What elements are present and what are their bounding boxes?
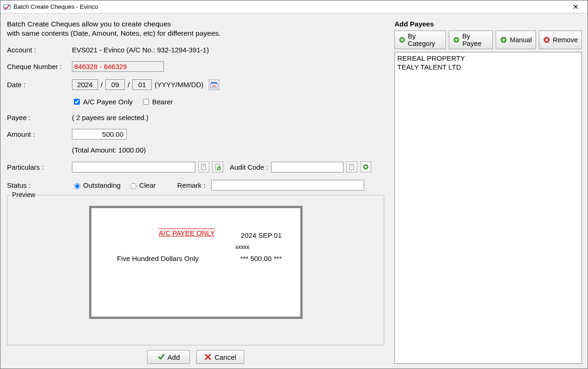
label-status: Status :: [7, 181, 72, 189]
date-year-field[interactable]: [72, 79, 98, 90]
by-payee-button[interactable]: By Payee: [449, 31, 493, 49]
svg-rect-7: [202, 167, 205, 167]
particulars-browse-icon[interactable]: [198, 161, 209, 172]
description-line2: with same contents (Date, Amount, Notes,…: [7, 29, 384, 38]
preview-xxxxx: xxxxx: [235, 243, 249, 250]
particulars-field[interactable]: [72, 162, 195, 172]
add-payees-heading: Add Payees: [394, 20, 582, 28]
date-month-field[interactable]: [105, 79, 125, 90]
cheque-number-field: [72, 61, 164, 72]
label-date: Date :: [7, 81, 72, 89]
preview-amount-words: Five Hundred Dollars Only: [117, 254, 199, 262]
plus-icon: [399, 36, 406, 44]
cancel-icon: [204, 353, 212, 361]
description-line1: Batch Create Cheques allow you to create…: [7, 20, 384, 28]
close-icon[interactable]: ✕: [566, 3, 585, 11]
radio-clear[interactable]: Clear: [128, 181, 156, 189]
radio-outstanding[interactable]: Outstanding: [72, 181, 121, 189]
add-button[interactable]: Add: [147, 350, 190, 364]
svg-rect-13: [350, 167, 353, 167]
label-particulars: Particulars :: [7, 163, 72, 171]
status-outstanding-radio[interactable]: [74, 183, 80, 189]
cheque-preview: A/C PAYEE ONLY 2024 SEP 01 xxxxx Five Hu…: [89, 206, 303, 319]
account-value: EVS021 - Evinco (A/C No.: 932-1294-391-1…: [72, 46, 384, 54]
manual-button[interactable]: Manual: [496, 31, 536, 49]
cancel-button[interactable]: Cancel: [196, 350, 244, 364]
preview-date: 2024 SEP 01: [241, 231, 282, 239]
svg-rect-5: [202, 165, 205, 165]
label-audit-code: Audit Code :: [230, 163, 268, 171]
preview-ac-payee-only: A/C PAYEE ONLY: [159, 229, 215, 237]
auditcode-browse-icon[interactable]: [346, 161, 357, 172]
total-amount-label: (Total Amount: 1000.00): [72, 146, 384, 154]
status-clear-radio[interactable]: [130, 183, 136, 189]
titlebar: Batch Create Cheques - Evinco ✕: [0, 0, 588, 13]
label-account: Account :: [7, 46, 72, 54]
preview-panel: Preview A/C PAYEE ONLY 2024 SEP 01 xxxxx…: [7, 195, 384, 345]
label-remark: Remark :: [177, 181, 206, 189]
remark-field[interactable]: [211, 180, 364, 191]
particulars-add-icon[interactable]: [212, 161, 223, 172]
bearer-checkbox[interactable]: [143, 99, 149, 105]
svg-rect-11: [350, 165, 353, 165]
payee-list[interactable]: REREAL PROPERTYTEALY TALENT LTD: [394, 52, 582, 364]
label-cheque-number: Cheque Number :: [7, 63, 72, 70]
label-payee: Payee :: [7, 114, 72, 121]
date-format-hint: (YYYY/MM/DD): [155, 81, 203, 89]
payee-list-item[interactable]: REREAL PROPERTY: [397, 54, 579, 63]
checkbox-bearer[interactable]: Bearer: [141, 97, 173, 106]
amount-field[interactable]: [72, 129, 127, 140]
svg-rect-12: [350, 166, 353, 166]
remove-icon: [543, 36, 550, 44]
calendar-icon[interactable]: 31: [209, 80, 219, 90]
preview-amount-figure: *** 500.00 ***: [240, 254, 282, 262]
payee-list-item[interactable]: TEALY TALENT LTD: [397, 63, 579, 71]
checkbox-ac-payee-only[interactable]: A/C Payee Only: [72, 97, 133, 106]
check-icon: [157, 353, 165, 361]
by-category-button[interactable]: By Category: [394, 31, 446, 49]
plus-icon: [500, 36, 507, 44]
payee-info: ( 2 payees are selected.): [72, 114, 384, 121]
plus-icon: [453, 36, 460, 44]
window-title: Batch Create Cheques - Evinco: [13, 3, 566, 10]
remove-button[interactable]: Remove: [539, 31, 582, 49]
label-preview: Preview: [10, 191, 37, 198]
audit-code-field[interactable]: [271, 162, 343, 172]
svg-text:31: 31: [212, 84, 216, 88]
ac-payee-only-checkbox[interactable]: [74, 99, 80, 105]
label-amount: Amount :: [7, 130, 72, 138]
date-day-field[interactable]: [132, 79, 152, 90]
app-icon: [3, 3, 11, 11]
svg-rect-6: [202, 166, 205, 166]
auditcode-add-icon[interactable]: [360, 161, 371, 172]
